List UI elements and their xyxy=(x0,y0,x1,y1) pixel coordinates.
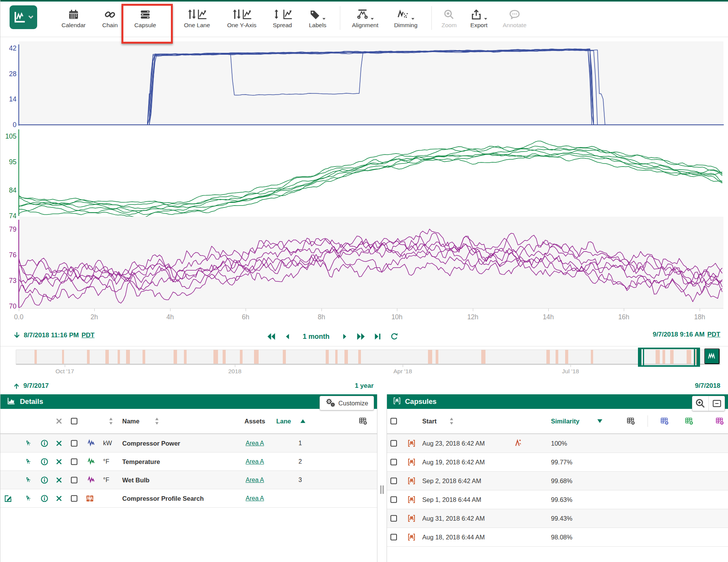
asset-link[interactable]: Area A xyxy=(246,495,264,502)
info-icon[interactable] xyxy=(40,439,49,448)
details-row[interactable]: Compressor Profile SearchArea A xyxy=(0,489,377,508)
refresh-icon[interactable] xyxy=(390,332,399,341)
toolbar-item-one-lane[interactable]: One Lane xyxy=(175,5,219,34)
lane-number: 3 xyxy=(298,477,309,484)
panel-splitter[interactable] xyxy=(377,394,387,562)
capsule-similarity: 100% xyxy=(551,440,567,447)
sort-icon[interactable] xyxy=(154,417,159,425)
step-to-end-icon[interactable] xyxy=(373,332,382,341)
asset-link[interactable]: Area A xyxy=(246,458,264,465)
capsule-row[interactable]: Aug 31, 2018 6:42 AM99.43% xyxy=(387,509,728,528)
details-column-assets[interactable]: Assets xyxy=(244,418,265,425)
capsule-row[interactable]: Aug 23, 2018 6:42 AM100% xyxy=(387,434,728,453)
asset-link[interactable]: Area A xyxy=(246,477,264,484)
add-column-button[interactable] xyxy=(626,417,636,426)
edit-icon[interactable] xyxy=(3,494,13,503)
capsule-similarity: 99.43% xyxy=(551,515,572,522)
collapse-panel-button[interactable] xyxy=(708,396,725,411)
step-back-fast-icon[interactable] xyxy=(266,332,276,341)
x-axis-tick xyxy=(19,309,19,311)
toolbar-item-capsule[interactable]: Capsule xyxy=(123,5,167,34)
lane-series-plot[interactable] xyxy=(19,217,724,309)
capsule-stripe xyxy=(62,350,64,364)
toolbar-item-dimming[interactable]: Dimming xyxy=(384,5,428,34)
arrow-down-icon[interactable] xyxy=(13,331,21,340)
toolbar-item-annotate[interactable]: Annotate xyxy=(492,5,537,34)
y-axis-tick-label: 28 xyxy=(0,70,16,78)
trend-item-icon[interactable] xyxy=(24,439,33,448)
add-signal-stats-magenta-button[interactable] xyxy=(715,417,725,426)
remove-icon[interactable] xyxy=(56,458,62,465)
details-column-name[interactable]: Name xyxy=(122,418,139,425)
timeline-bar[interactable] xyxy=(16,350,720,365)
capsule-row[interactable]: Sep 1, 2018 6:44 AM99.63% xyxy=(387,490,728,509)
details-row[interactable]: kWCompressor PowerArea A1 xyxy=(0,434,377,453)
range-start-timezone-link[interactable]: PDT xyxy=(82,332,95,339)
range-end-timezone-link[interactable]: PDT xyxy=(707,331,720,338)
sort-icon[interactable] xyxy=(108,417,113,425)
capsule-row[interactable]: Aug 19, 2018 6:42 AM99.77% xyxy=(387,453,728,472)
remove-icon[interactable] xyxy=(56,477,62,484)
chart-lane-1[interactable]: 4228140 xyxy=(0,41,728,126)
row-checkbox[interactable] xyxy=(390,459,397,466)
info-icon[interactable] xyxy=(40,476,49,484)
toolbar-item-alignment[interactable]: Alignment xyxy=(343,5,387,34)
sort-icon[interactable] xyxy=(449,417,454,425)
add-column-button[interactable] xyxy=(358,417,368,426)
trend-item-icon[interactable] xyxy=(24,494,33,503)
trend-item-icon[interactable] xyxy=(24,457,33,466)
details-row[interactable]: °FWet BulbArea A3 xyxy=(0,471,377,489)
toolbar-item-labels[interactable]: Labels xyxy=(295,5,340,34)
remove-icon[interactable] xyxy=(56,440,62,447)
capsule-stripe xyxy=(428,350,432,364)
row-checkbox[interactable] xyxy=(390,534,397,541)
chart-lane-2[interactable]: 105958474 xyxy=(0,126,728,217)
capsules-column-similarity[interactable]: Similarity xyxy=(551,418,579,425)
add-signal-stats-green-button[interactable] xyxy=(684,417,694,426)
trend-item-icon[interactable] xyxy=(24,476,33,484)
sort-ascending-icon[interactable] xyxy=(300,419,306,423)
row-checkbox[interactable] xyxy=(71,458,77,465)
row-checkbox[interactable] xyxy=(71,477,77,483)
asset-link[interactable]: Area A xyxy=(246,440,264,447)
add-signal-stats-blue-button[interactable] xyxy=(660,417,670,426)
row-checkbox[interactable] xyxy=(390,478,397,484)
view-mode-button[interactable] xyxy=(10,5,37,29)
timeline-selection-handle[interactable] xyxy=(638,348,700,367)
details-row[interactable]: °FTemperatureArea A2 xyxy=(0,453,377,471)
select-all-checkbox[interactable] xyxy=(71,418,77,425)
condition-icon xyxy=(85,494,94,503)
step-forward-fast-icon[interactable] xyxy=(356,332,366,341)
step-back-icon[interactable] xyxy=(284,332,292,341)
toolbar-item-one-y-axis[interactable]: One Y-Axis xyxy=(220,5,264,34)
arrow-up-icon[interactable] xyxy=(13,381,20,390)
chart-lane-3[interactable]: 79767370 xyxy=(0,217,728,309)
capsule-row[interactable]: Aug 18, 2018 6:44 AM98.08% xyxy=(387,528,728,547)
row-checkbox[interactable] xyxy=(71,440,77,446)
info-icon[interactable] xyxy=(40,457,49,466)
capsule-time-select-button[interactable] xyxy=(704,348,720,364)
capsules-column-start[interactable]: Start xyxy=(422,418,437,425)
lane-series-plot[interactable] xyxy=(19,126,724,217)
series-compressor-power xyxy=(19,49,722,125)
details-column-lane[interactable]: Lane xyxy=(276,418,291,425)
range-start: 8/7/2018 11:16 PM PDT xyxy=(13,331,95,340)
lane-series-plot[interactable] xyxy=(19,41,724,126)
capsule-stripe xyxy=(143,350,145,364)
row-checkbox[interactable] xyxy=(390,497,397,503)
row-checkbox[interactable] xyxy=(71,495,77,502)
info-icon[interactable] xyxy=(40,494,49,503)
sort-descending-icon[interactable] xyxy=(597,419,603,423)
capsule-stripe xyxy=(118,350,120,364)
row-checkbox[interactable] xyxy=(390,440,397,447)
remove-all-icon[interactable] xyxy=(56,418,62,425)
customize-button[interactable]: Customize xyxy=(320,396,374,410)
display-range-row: 8/7/2018 11:16 PM PDT 1 month 9/7/2018 9… xyxy=(0,327,728,346)
remove-icon[interactable] xyxy=(56,495,62,502)
timeline-tick-label: Jul '18 xyxy=(551,368,590,375)
row-checkbox[interactable] xyxy=(390,515,397,522)
select-all-checkbox[interactable] xyxy=(390,418,397,425)
zoom-to-capsule-button[interactable] xyxy=(692,396,708,411)
capsule-row[interactable]: Sep 2, 2018 6:42 AM99.68% xyxy=(387,472,728,490)
step-forward-icon[interactable] xyxy=(340,332,349,341)
